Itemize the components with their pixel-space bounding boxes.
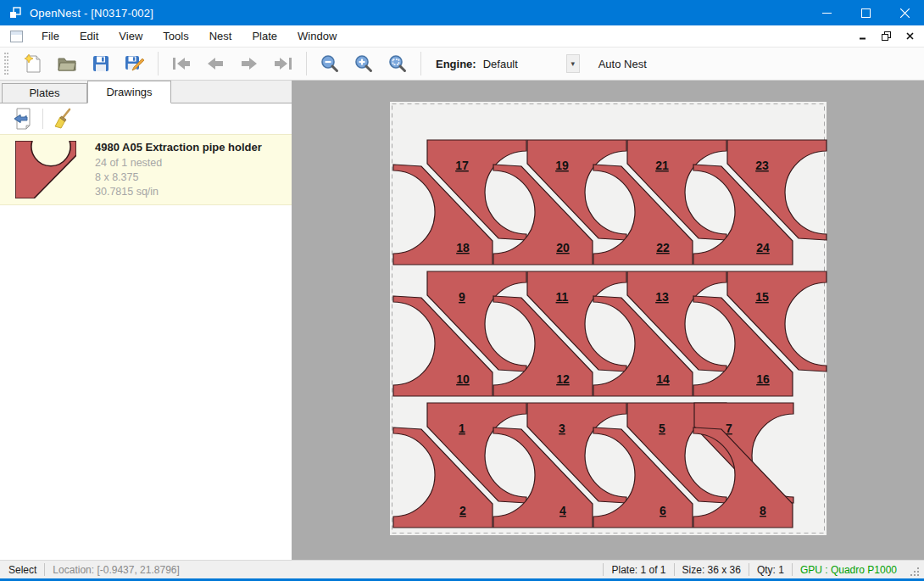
main-area: PlatesDrawings xyxy=(0,81,924,560)
broom-icon xyxy=(53,108,73,130)
menu-plate[interactable]: Plate xyxy=(242,26,287,46)
go-last-icon xyxy=(273,57,293,70)
status-separator xyxy=(44,563,45,576)
engine-label: Engine: xyxy=(436,58,476,70)
status-qty: Qty: 1 xyxy=(757,564,784,576)
mdi-restore-icon xyxy=(882,31,891,41)
save-as-icon xyxy=(125,53,145,74)
toolbar-grip[interactable] xyxy=(4,53,8,75)
new-button[interactable] xyxy=(21,52,45,75)
title-bar: OpenNest - [N0317-002] xyxy=(0,0,924,25)
part-number-label: 8 xyxy=(760,504,766,517)
menu-bar: FileEditViewToolsNestPlateWindow xyxy=(0,25,924,47)
document-window-icon xyxy=(10,31,23,42)
menu-view[interactable]: View xyxy=(109,26,153,46)
clear-drawings-button[interactable] xyxy=(50,107,75,131)
nest-view[interactable]: 171819202122232491011121314151612345678 xyxy=(292,81,923,560)
drawing-nested-count: 24 of 1 nested xyxy=(95,156,262,170)
part-number-label: 7 xyxy=(726,422,732,435)
part-number-label: 4 xyxy=(559,504,566,517)
part-number-label: 21 xyxy=(655,159,669,172)
tab-drawings[interactable]: Drawings xyxy=(87,81,171,103)
toolbar-separator xyxy=(420,52,421,75)
engine-combo[interactable]: Default ▾ xyxy=(481,53,580,74)
chevron-down-icon[interactable]: ▾ xyxy=(566,54,580,73)
part-thumbnail xyxy=(15,141,76,198)
last-plate-button[interactable] xyxy=(271,52,295,75)
part-number-label: 3 xyxy=(559,422,565,435)
status-mode: Select xyxy=(8,564,36,576)
import-drawing-icon xyxy=(13,108,33,130)
drawings-toolbar xyxy=(0,103,292,134)
part-number-label: 23 xyxy=(755,159,769,172)
part-number-label: 16 xyxy=(756,372,770,386)
toolbar-separator xyxy=(42,109,43,129)
part-number-label: 10 xyxy=(456,372,470,386)
open-folder-icon xyxy=(57,54,77,73)
menu-tools[interactable]: Tools xyxy=(153,26,198,46)
save-as-button[interactable] xyxy=(123,52,147,75)
toolbar-separator xyxy=(306,52,307,75)
status-separator xyxy=(603,563,604,576)
part-number-label: 6 xyxy=(660,504,666,517)
zoom-in-icon xyxy=(354,54,373,73)
sidebar-tabs: PlatesDrawings xyxy=(0,81,292,103)
part-number-label: 11 xyxy=(556,290,569,304)
drawing-dimensions: 8 x 8.375 xyxy=(95,170,262,185)
import-drawing-button[interactable] xyxy=(10,107,36,131)
part-number-label: 9 xyxy=(459,290,465,304)
part-number-label: 17 xyxy=(455,159,469,172)
save-button[interactable] xyxy=(89,52,113,75)
new-document-icon xyxy=(24,53,42,74)
auto-nest-button[interactable]: Auto Nest xyxy=(592,54,654,74)
mdi-close-button[interactable] xyxy=(900,28,919,43)
part-number-label: 5 xyxy=(659,422,665,435)
arrow-right-icon xyxy=(240,57,259,70)
mdi-close-icon xyxy=(906,32,914,40)
tab-plates[interactable]: Plates xyxy=(2,83,87,103)
part-number-label: 14 xyxy=(656,372,670,386)
open-button[interactable] xyxy=(55,52,79,75)
menu-window[interactable]: Window xyxy=(287,26,347,46)
maximize-icon xyxy=(861,8,871,18)
menu-nest[interactable]: Nest xyxy=(199,26,242,46)
part-number-label: 24 xyxy=(756,241,770,254)
part-number-label: 19 xyxy=(555,159,569,172)
minimize-button[interactable] xyxy=(807,0,846,25)
part-number-label: 15 xyxy=(755,290,769,304)
maximize-button[interactable] xyxy=(846,0,885,25)
first-plate-button[interactable] xyxy=(170,52,193,75)
zoom-out-icon xyxy=(320,54,339,73)
zoom-extents-button[interactable] xyxy=(386,52,409,75)
zoom-in-button[interactable] xyxy=(352,52,376,75)
menu-edit[interactable]: Edit xyxy=(70,26,109,46)
window-title: OpenNest - [N0317-002] xyxy=(30,7,153,20)
main-toolbar: Engine: Default ▾ Auto Nest xyxy=(0,47,924,81)
status-plate: Plate: 1 of 1 xyxy=(611,564,665,576)
mdi-window-controls xyxy=(853,28,919,43)
arrow-left-icon xyxy=(206,57,225,70)
part-number-label: 22 xyxy=(656,241,670,254)
drawing-title: 4980 A05 Extraction pipe holder xyxy=(95,141,262,154)
mdi-restore-button[interactable] xyxy=(877,28,895,43)
toolbar-separator xyxy=(158,52,159,75)
previous-plate-button[interactable] xyxy=(203,52,227,75)
status-separator xyxy=(674,563,675,576)
drawing-area: 30.7815 sq/in xyxy=(95,185,262,199)
part-shape xyxy=(15,141,76,198)
status-bar: Select Location: [-0.9437, 21.8796] Plat… xyxy=(0,560,924,578)
nest-canvas[interactable]: 171819202122232491011121314151612345678 xyxy=(292,81,924,560)
status-location: Location: [-0.9437, 21.8796] xyxy=(53,564,179,576)
next-plate-button[interactable] xyxy=(237,52,261,75)
status-separator xyxy=(792,563,793,576)
close-button[interactable] xyxy=(885,0,924,25)
zoom-out-button[interactable] xyxy=(318,52,342,75)
resize-grip[interactable] xyxy=(909,566,921,578)
mdi-minimize-button[interactable] xyxy=(853,28,871,43)
minimize-icon xyxy=(822,8,832,18)
part-number-label: 1 xyxy=(459,422,465,435)
menu-file[interactable]: File xyxy=(31,26,70,46)
status-separator xyxy=(749,563,749,576)
drawing-list-item[interactable]: 4980 A05 Extraction pipe holder 24 of 1 … xyxy=(0,134,292,205)
sidebar-panel: PlatesDrawings xyxy=(0,81,292,560)
